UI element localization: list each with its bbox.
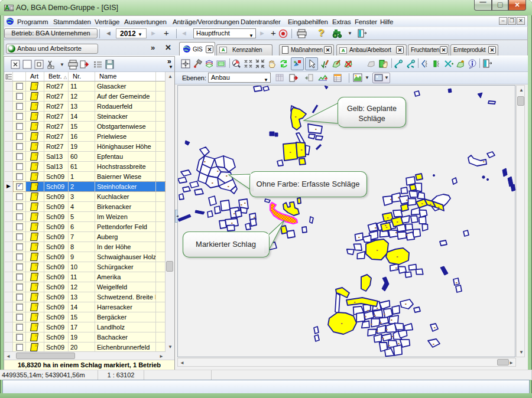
- svg-text:Ohne Farbe: Erfasste Schläge: Ohne Farbe: Erfasste Schläge: [257, 180, 360, 188]
- svg-text:Markierter Schlag: Markierter Schlag: [196, 240, 256, 249]
- svg-text:Gelb: Geplante: Gelb: Geplante: [347, 105, 397, 113]
- svg-text:Schläge: Schläge: [358, 115, 385, 123]
